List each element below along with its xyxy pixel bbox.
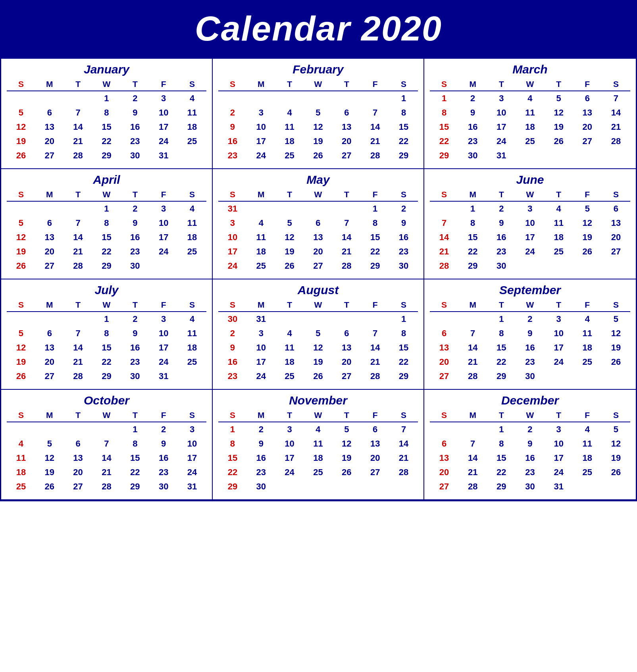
calendar-day: 30 xyxy=(458,148,487,163)
day-header: W xyxy=(92,79,121,91)
day-header: W xyxy=(516,79,544,91)
calendar-day: 5 xyxy=(7,106,35,120)
calendar-day: 4 xyxy=(516,91,544,106)
day-header: W xyxy=(516,189,544,201)
calendar-day: 30 xyxy=(389,259,418,273)
calendar-day: 5 xyxy=(7,216,35,230)
calendar-day: 25 xyxy=(304,465,333,479)
calendar-day: 28 xyxy=(602,134,630,148)
calendar-day: 12 xyxy=(275,230,304,245)
day-header: T xyxy=(64,79,92,91)
calendar-day: 2 xyxy=(121,201,149,216)
calendar-day: 3 xyxy=(487,91,516,106)
calendar-day xyxy=(430,201,458,216)
calendar-day: 9 xyxy=(516,326,544,341)
calendar-day: 21 xyxy=(361,355,389,369)
calendar-day: 6 xyxy=(64,437,92,451)
day-header: W xyxy=(304,299,333,312)
calendar-day: 10 xyxy=(178,437,206,451)
calendar-day: 28 xyxy=(92,479,121,494)
day-header: S xyxy=(7,189,35,201)
calendar-day xyxy=(275,91,304,106)
calendar-day: 17 xyxy=(516,230,544,245)
calendar-day: 29 xyxy=(92,148,121,163)
calendar-day: 9 xyxy=(121,106,149,120)
month-block-december: DecemberSMTWTFS1234567891011121314151617… xyxy=(424,390,636,500)
month-block-june: JuneSMTWTFS12345678910111213141516171819… xyxy=(424,169,636,279)
calendar-day: 7 xyxy=(332,216,361,230)
day-header: T xyxy=(64,410,92,422)
day-header: T xyxy=(275,299,304,312)
calendar-day: 21 xyxy=(389,451,418,465)
day-header: S xyxy=(178,79,206,91)
calendar-day: 26 xyxy=(545,134,573,148)
calendar-day: 27 xyxy=(361,465,389,479)
calendar-day: 24 xyxy=(275,465,304,479)
calendar-day: 31 xyxy=(178,479,206,494)
calendar-container: Calendar 2020 JanuarySMTWTFS123456789101… xyxy=(0,0,637,501)
calendar-day: 4 xyxy=(573,312,602,326)
calendar-day: 4 xyxy=(247,216,275,230)
day-header: T xyxy=(121,189,149,201)
calendar-day: 18 xyxy=(275,134,304,148)
calendar-day: 11 xyxy=(573,326,602,341)
calendar-day xyxy=(178,259,206,273)
month-name: October xyxy=(7,394,206,407)
day-header: T xyxy=(545,410,573,422)
calendar-day: 19 xyxy=(304,355,333,369)
calendar-day: 17 xyxy=(275,451,304,465)
month-table: SMTWTFS123456789101112131415161718192021… xyxy=(7,299,206,383)
calendar-day: 15 xyxy=(389,120,418,134)
calendar-day xyxy=(35,312,64,326)
day-header: S xyxy=(430,410,458,422)
day-header: S xyxy=(218,189,247,201)
month-table: SMTWTFS123456789101112131415161718192021… xyxy=(7,79,206,163)
calendar-day: 25 xyxy=(516,134,544,148)
calendar-day: 11 xyxy=(545,216,573,230)
month-table: SMTWTFS303112345678910111213141516171819… xyxy=(218,299,418,383)
calendar-day xyxy=(64,312,92,326)
month-name: December xyxy=(430,394,630,407)
calendar-day: 19 xyxy=(304,134,333,148)
calendar-day xyxy=(35,422,64,437)
calendar-day: 17 xyxy=(218,245,247,259)
calendar-day: 17 xyxy=(149,341,178,355)
day-header: S xyxy=(430,299,458,312)
day-header: S xyxy=(389,410,418,422)
calendar-day xyxy=(64,91,92,106)
calendar-day: 16 xyxy=(487,230,516,245)
calendar-day: 20 xyxy=(573,120,602,134)
calendar-day: 24 xyxy=(247,148,275,163)
calendar-day: 30 xyxy=(121,369,149,383)
calendar-day xyxy=(602,369,630,383)
calendar-day: 2 xyxy=(389,201,418,216)
calendar-day: 3 xyxy=(149,201,178,216)
calendar-day: 18 xyxy=(275,355,304,369)
month-block-august: AugustSMTWTFS303112345678910111213141516… xyxy=(213,279,424,390)
month-table: SMTWTFS123456789101112131415161718192021… xyxy=(7,410,206,494)
day-header: T xyxy=(332,189,361,201)
calendar-day: 28 xyxy=(430,259,458,273)
calendar-day: 25 xyxy=(275,369,304,383)
calendar-day: 13 xyxy=(361,437,389,451)
month-table: SMTWTFS123456789101112131415161718192021… xyxy=(430,189,630,273)
calendar-day: 4 xyxy=(7,437,35,451)
calendar-day: 24 xyxy=(545,465,573,479)
calendar-day: 18 xyxy=(304,451,333,465)
calendar-day: 25 xyxy=(7,479,35,494)
day-header: S xyxy=(218,410,247,422)
calendar-day: 24 xyxy=(149,355,178,369)
calendar-day: 11 xyxy=(573,437,602,451)
calendar-day: 18 xyxy=(545,230,573,245)
calendar-day: 27 xyxy=(602,245,630,259)
calendar-day: 22 xyxy=(218,465,247,479)
calendar-day: 22 xyxy=(487,355,516,369)
calendar-day: 23 xyxy=(121,245,149,259)
calendar-day: 22 xyxy=(92,245,121,259)
calendar-day: 11 xyxy=(178,106,206,120)
day-header: T xyxy=(121,79,149,91)
calendar-day: 13 xyxy=(35,230,64,245)
calendar-day: 22 xyxy=(458,245,487,259)
day-header: M xyxy=(458,299,487,312)
calendar-day: 28 xyxy=(361,369,389,383)
